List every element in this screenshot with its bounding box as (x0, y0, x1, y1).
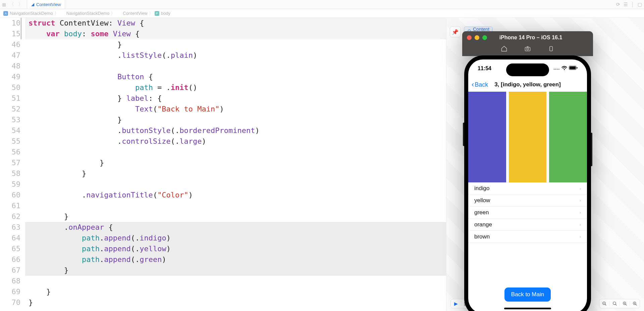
home-indicator[interactable] (504, 308, 551, 309)
code-line[interactable] (25, 147, 446, 158)
cellular-dots: .... (554, 65, 560, 71)
code-line[interactable]: path.append(.indigo) (25, 233, 446, 243)
list-item[interactable]: green› (468, 207, 587, 219)
code-line[interactable]: .buttonStyle(.borderedProminent) (25, 125, 446, 136)
source-editor[interactable]: 1015464748495051525354555657585960616263… (0, 18, 446, 311)
window-close-button[interactable] (467, 35, 472, 40)
svg-rect-17 (570, 66, 576, 69)
back-button[interactable]: ‹ Back (472, 80, 488, 89)
code-line[interactable] (25, 201, 446, 211)
code-line[interactable] (25, 61, 446, 72)
list-item-label: indigo (474, 185, 489, 192)
svg-point-14 (527, 48, 529, 50)
chevron-right-icon: › (580, 186, 581, 191)
line-number: 54 (0, 125, 20, 136)
rotate-icon[interactable] (548, 45, 554, 54)
device-screen[interactable]: 11:54 .... ‹ Back 3, [indigo, yellow, gr… (468, 59, 587, 311)
battery-icon (569, 66, 578, 70)
chevron-right-icon: › (580, 222, 581, 227)
list-item[interactable]: indigo› (468, 182, 587, 194)
list-item-label: green (474, 209, 489, 216)
chevron-left-icon: ‹ (472, 80, 474, 89)
back-to-main-button[interactable]: Back to Main (504, 287, 551, 302)
nav-forward-icon[interactable]: 〉 (17, 1, 23, 7)
code-line[interactable]: } (25, 286, 446, 297)
crumb-file[interactable]: ContentView (123, 11, 147, 16)
color-list: indigo›yellow›green›orange›brown› (468, 182, 587, 243)
code-line[interactable]: } (25, 115, 446, 125)
color-swatch (468, 92, 506, 182)
editor-tab-bar: ▦ 〈 〉 ◢ ContentView ⟳ ☰ │ ▢ (0, 0, 644, 9)
code-line[interactable]: } (25, 39, 446, 50)
code-line[interactable]: } (25, 158, 446, 168)
line-number: 55 (0, 136, 20, 147)
chevron-right-icon: › (580, 234, 581, 239)
list-item-label: orange (474, 221, 492, 228)
crumb-project[interactable]: NavigationStackDemo (10, 11, 53, 16)
list-item[interactable]: brown› (468, 231, 587, 243)
minimap-icon[interactable]: │ (631, 2, 634, 7)
device-frame: 11:54 .... ‹ Back 3, [indigo, yellow, gr… (464, 55, 591, 311)
code-line[interactable]: } (25, 168, 446, 179)
code-line[interactable]: path = .init() (25, 82, 446, 93)
line-number: 52 (0, 104, 20, 115)
code-line[interactable]: Text("Back to Main") (25, 104, 446, 115)
svg-point-3 (613, 302, 615, 305)
zoom-out-button[interactable] (599, 301, 609, 306)
list-item[interactable]: orange› (468, 219, 587, 231)
line-number: 60 (0, 190, 20, 201)
line-number: 10 (0, 18, 20, 29)
zoom-in-button[interactable] (630, 301, 640, 306)
add-editor-icon[interactable]: ▢ (638, 2, 642, 7)
code-line[interactable]: path.append(.yellow) (25, 243, 446, 254)
code-line[interactable] (25, 179, 446, 190)
line-number: 58 (0, 168, 20, 179)
zoom-reset-button[interactable] (609, 301, 620, 306)
live-preview-button[interactable]: ▶ (451, 301, 461, 306)
line-number: 47 (0, 50, 20, 61)
crumb-symbol[interactable]: body (161, 11, 170, 16)
code-line[interactable] (25, 276, 446, 286)
related-items-icon[interactable]: ▦ (2, 2, 6, 7)
line-number: 66 (0, 254, 20, 265)
jump-bar[interactable]: ANavigationStackDemo 〉 ▣NavigationStackD… (0, 9, 644, 18)
code-line[interactable]: .listStyle(.plain) (25, 50, 446, 61)
pin-preview-button[interactable]: 📌 (450, 27, 461, 37)
screenshot-icon[interactable] (524, 45, 531, 54)
tab-contentview[interactable]: ◢ ContentView (27, 0, 65, 9)
code-line[interactable]: Button { (25, 72, 446, 82)
chevron-right-icon: › (580, 210, 581, 215)
code-area[interactable]: struct ContentView: View { var body: som… (25, 18, 446, 311)
svg-rect-15 (550, 46, 552, 51)
adjust-editor-icon[interactable]: ☰ (624, 2, 628, 7)
line-number: 56 (0, 147, 20, 158)
code-line[interactable]: .controlSize(.large) (25, 136, 446, 147)
swift-icon: ◢ (116, 11, 121, 16)
code-line[interactable]: struct ContentView: View { (25, 18, 446, 29)
code-line[interactable]: .onAppear { (25, 222, 446, 233)
code-line[interactable]: } (25, 297, 446, 308)
line-number: 46 (0, 39, 20, 50)
line-number: 53 (0, 115, 20, 125)
code-line[interactable]: .navigationTitle("Color") (25, 190, 446, 201)
svg-line-1 (605, 304, 606, 306)
navigation-bar: ‹ Back 3, [indigo, yellow, green] (468, 78, 587, 92)
simulator-window: iPhone 14 Pro – iOS 16.1 (462, 31, 593, 311)
line-number: 69 (0, 286, 20, 297)
chevron-right-icon: › (580, 198, 581, 203)
crumb-folder[interactable]: NavigationStackDemo (66, 11, 110, 16)
zoom-fit-button[interactable] (620, 301, 630, 306)
code-line[interactable]: path.append(.green) (25, 254, 446, 265)
line-gutter: 1015464748495051525354555657585960616263… (0, 18, 25, 311)
line-number: 65 (0, 243, 20, 254)
back-to-main-label: Back to Main (511, 291, 544, 298)
code-line[interactable]: } (25, 211, 446, 222)
home-icon[interactable] (501, 45, 507, 54)
nav-back-icon[interactable]: 〈 (9, 1, 15, 7)
code-line[interactable]: } label: { (25, 93, 446, 104)
code-line[interactable]: } (25, 265, 446, 276)
line-number: 57 (0, 158, 20, 168)
code-line[interactable]: var body: some View { (25, 29, 446, 39)
refresh-icon[interactable]: ⟳ (616, 2, 620, 7)
list-item[interactable]: yellow› (468, 194, 587, 207)
